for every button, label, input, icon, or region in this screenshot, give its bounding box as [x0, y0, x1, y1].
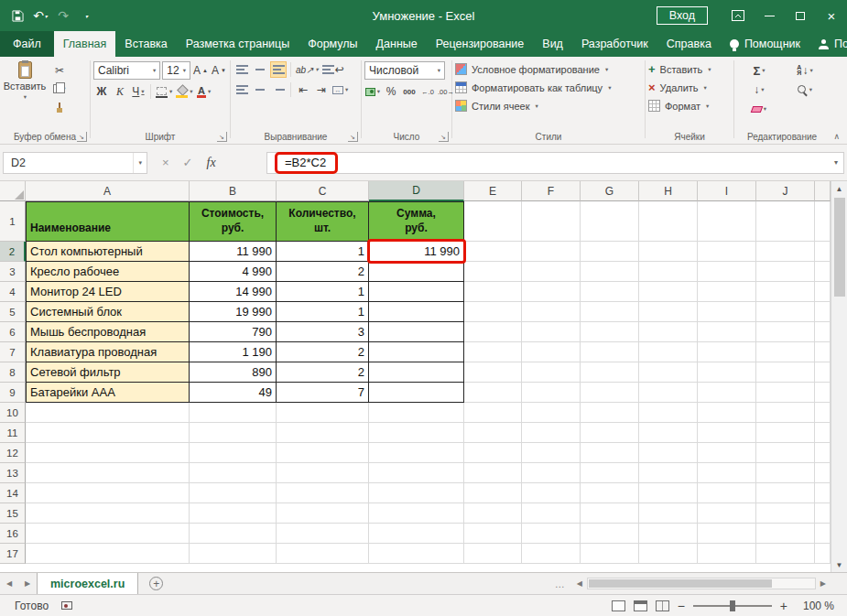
font-color-icon[interactable]: А▾: [196, 83, 212, 100]
cell-D7[interactable]: [369, 342, 464, 362]
cell-B11[interactable]: [190, 423, 277, 443]
tab-главная[interactable]: Главная: [54, 31, 116, 57]
column-header-A[interactable]: A: [26, 181, 190, 201]
cell-I1[interactable]: [698, 201, 756, 242]
cell-G6[interactable]: [581, 322, 639, 342]
maximize-button[interactable]: [785, 0, 816, 31]
cell-I7[interactable]: [698, 342, 756, 362]
cell-B6[interactable]: 790: [190, 322, 277, 342]
row-header-2[interactable]: 2: [0, 242, 26, 262]
cell-A6[interactable]: Мышь беспроводная: [26, 322, 190, 342]
merge-center-icon[interactable]: ↔▾: [331, 81, 349, 98]
increase-indent-icon[interactable]: ⇥: [313, 81, 330, 98]
cell-E4[interactable]: [464, 282, 522, 302]
cell-B17[interactable]: [190, 544, 277, 564]
cell-F9[interactable]: [522, 383, 581, 403]
cell-D9[interactable]: [369, 383, 464, 403]
view-normal-icon[interactable]: [612, 600, 625, 611]
cell-I8[interactable]: [698, 362, 756, 383]
dialog-launcher-icon[interactable]: ↘: [77, 132, 87, 142]
hscroll-right-icon[interactable]: ▶: [818, 579, 829, 588]
cell-G8[interactable]: [581, 362, 639, 383]
cell-J13[interactable]: [756, 463, 815, 483]
cell-G15[interactable]: [581, 503, 639, 524]
tab-разметка-страницы[interactable]: Разметка страницы: [177, 31, 299, 57]
cell-C12[interactable]: [277, 443, 369, 463]
shrink-font-icon[interactable]: А▼: [211, 62, 227, 79]
cut-icon[interactable]: ✂: [51, 62, 68, 79]
cell-D13[interactable]: [369, 463, 464, 483]
cell-G9[interactable]: [581, 383, 639, 403]
cell-H12[interactable]: [639, 443, 698, 463]
cell-D15[interactable]: [369, 503, 464, 524]
tab-справка[interactable]: Справка: [657, 31, 721, 57]
cell-E11[interactable]: [464, 423, 522, 443]
cell-G16[interactable]: [581, 524, 639, 544]
share-button[interactable]: Поделиться: [809, 38, 847, 50]
cell-I6[interactable]: [698, 322, 756, 342]
cell-G1[interactable]: [581, 201, 639, 242]
cell-A12[interactable]: [26, 443, 190, 463]
enter-icon[interactable]: ✓: [183, 156, 193, 169]
cell-B7[interactable]: 1 190: [190, 342, 277, 362]
cell-D14[interactable]: [369, 483, 464, 503]
cell-J9[interactable]: [756, 383, 815, 403]
paste-button[interactable]: Вставить ▾: [3, 59, 47, 115]
cell-B12[interactable]: [190, 443, 277, 463]
cell-J17[interactable]: [756, 544, 815, 564]
cell-A7[interactable]: Клавиатура проводная: [26, 342, 190, 362]
cell-C13[interactable]: [277, 463, 369, 483]
align-right-icon[interactable]: [270, 81, 287, 98]
align-middle-icon[interactable]: [252, 61, 268, 78]
cell-B8[interactable]: 890: [190, 362, 277, 383]
cell-F2[interactable]: [522, 242, 581, 262]
row-header-12[interactable]: 12: [0, 443, 26, 463]
cell-H5[interactable]: [639, 302, 698, 322]
cell-H4[interactable]: [639, 282, 698, 302]
column-header-J[interactable]: J: [756, 181, 815, 201]
cell-G3[interactable]: [581, 262, 639, 282]
row-header-3[interactable]: 3: [0, 262, 26, 282]
cell-G10[interactable]: [581, 403, 639, 423]
tab-разработчик[interactable]: Разработчик: [572, 31, 657, 57]
scroll-down-icon[interactable]: ▼: [836, 557, 843, 572]
zoom-out-icon[interactable]: −: [678, 599, 685, 613]
cell-B15[interactable]: [190, 503, 277, 524]
cell-F14[interactable]: [522, 483, 581, 503]
cell-B14[interactable]: [190, 483, 277, 503]
align-top-icon[interactable]: [233, 61, 250, 78]
formula-input[interactable]: =B2*C2 ▾: [266, 152, 844, 174]
sheet-nav-right-icon[interactable]: ▶: [18, 573, 37, 594]
row-header-17[interactable]: 17: [0, 544, 26, 564]
cell-E5[interactable]: [464, 302, 522, 322]
vertical-scrollbar[interactable]: ▲ ▼: [831, 181, 847, 572]
cell-B2[interactable]: 11 990: [190, 242, 277, 262]
cell-I10[interactable]: [698, 403, 756, 423]
row-header-14[interactable]: 14: [0, 483, 26, 503]
cell-F4[interactable]: [522, 282, 581, 302]
cell-B13[interactable]: [190, 463, 277, 483]
cell-I15[interactable]: [698, 503, 756, 524]
select-all-button[interactable]: [0, 181, 26, 201]
row-header-9[interactable]: 9: [0, 383, 26, 403]
autosum-icon[interactable]: Σ▾: [737, 62, 781, 79]
cell-J5[interactable]: [756, 302, 815, 322]
cell-G11[interactable]: [581, 423, 639, 443]
insert-cells-button[interactable]: +Вставить▾: [648, 61, 731, 77]
insert-function-icon[interactable]: fx: [207, 156, 216, 170]
dialog-launcher-icon[interactable]: ↘: [439, 132, 449, 142]
cell-H9[interactable]: [639, 383, 698, 403]
cell-H7[interactable]: [639, 342, 698, 362]
cell-F15[interactable]: [522, 503, 581, 524]
cell-G17[interactable]: [581, 544, 639, 564]
column-header-E[interactable]: E: [464, 181, 522, 201]
orientation-icon[interactable]: ab↗▾: [295, 61, 320, 78]
tab-формулы[interactable]: Формулы: [299, 31, 366, 57]
clear-icon[interactable]: ▾: [737, 101, 781, 117]
cell-H15[interactable]: [639, 503, 698, 524]
zoom-level[interactable]: 100 %: [796, 600, 834, 612]
cancel-icon[interactable]: ×: [162, 156, 169, 169]
cell-B1[interactable]: Стоимость, руб.: [190, 201, 277, 242]
cell-C11[interactable]: [277, 423, 369, 443]
ribbon-display-options-icon[interactable]: [722, 0, 754, 31]
